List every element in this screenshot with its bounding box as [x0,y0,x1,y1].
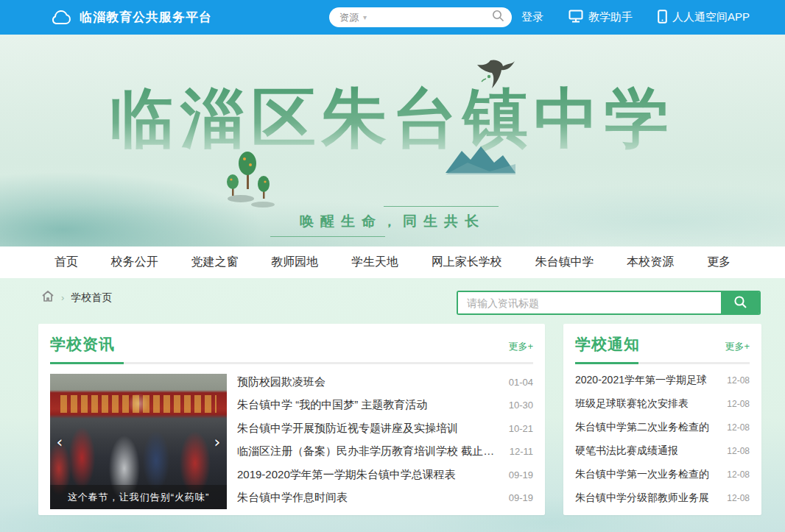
carousel-prev-button[interactable]: ‹ [53,433,66,451]
nav-item-zhutai-school[interactable]: 朱台镇中学 [525,255,605,270]
chevron-down-icon[interactable]: ▾ [363,13,367,21]
notice-item[interactable]: 朱台镇中学第一次业务检查的 12-08 [575,468,750,481]
nav-item-party-building[interactable]: 党建之窗 [181,255,249,270]
nav-item-school-affairs[interactable]: 校务公开 [101,255,169,270]
main-nav: 首页 校务公开 党建之窗 教师园地 学生天地 网上家长学校 朱台镇中学 本校资源… [0,247,785,278]
notice-item[interactable]: 朱台镇中学分级部教师业务展 12-08 [575,492,750,505]
news-list: 预防校园欺凌班会 01-04 朱台镇中学 “我的中国梦” 主题教育活动 10-3… [237,374,533,509]
article-search-input[interactable] [458,292,721,313]
news-date: 10-30 [509,400,533,411]
search-icon [733,295,747,311]
notice-panel-header: 学校通知 更多+ [575,334,750,355]
notice-date: 12-08 [727,493,750,503]
school-title: 临淄区朱台镇中学 [0,75,785,163]
teaching-assistant-link[interactable]: 教学助手 [568,10,633,25]
search-icon[interactable] [492,10,504,25]
brand-name: 临淄教育公共服务平台 [80,9,212,26]
notice-date: 12-08 [727,446,750,456]
login-link[interactable]: 登录 [521,10,543,24]
news-body: ‹ › 这个春节，让我们告别“火药味” 预防校园欺凌班会 01-04 朱台镇中学… [50,374,533,509]
school-slogan: 唤醒生命，同生共长 [300,206,485,237]
notice-date: 12-08 [727,469,750,480]
notice-list: 2020-2021学年第一学期足球 12-08 班级足球联赛轮次安排表 12-0… [575,374,750,508]
news-panel-divider [50,362,533,364]
notice-item[interactable]: 朱台镇中学第二次业务检查的 12-08 [575,421,750,434]
article-search-bar [457,291,761,315]
school-news-panel: 学校资讯 更多+ ‹ › 这个春节，让我们告别“火药味” 预防校园欺凌班会 01… [38,324,545,515]
news-item[interactable]: 预防校园欺凌班会 01-04 [237,375,533,389]
notice-date: 12-08 [727,375,750,386]
carousel-next-button[interactable]: › [211,433,224,451]
news-date: 01-04 [509,377,533,388]
nav-item-parent-school[interactable]: 网上家长学校 [421,255,513,270]
news-date: 09-19 [509,492,533,503]
news-item[interactable]: 朱台镇中学作息时间表 09-19 [237,491,533,505]
news-date: 12-11 [510,446,533,457]
news-item[interactable]: 临淄区注册（备案）民办非学历教育培训学校 截止2019 12-11 [237,444,533,458]
nav-item-school-resources[interactable]: 本校资源 [616,255,684,270]
news-item[interactable]: 朱台镇中学开展预防近视专题讲座及实操培训 10-21 [237,422,533,436]
content-area: › 学校首页 学校资讯 更多+ ‹ › 这个春节，让我们告别“火药味” [0,278,785,532]
notice-more-link[interactable]: 更多+ [725,340,750,353]
top-search-box[interactable]: 资源 ▾ [329,7,512,27]
slogan-wrap: 唤醒生命，同生共长 [0,206,785,237]
renrentong-app-link[interactable]: 人人通空间APP [658,10,750,26]
school-notice-panel: 学校通知 更多+ 2020-2021学年第一学期足球 12-08 班级足球联赛轮… [563,324,761,515]
search-category-select[interactable]: 资源 [339,11,359,24]
notice-panel-title: 学校通知 [575,334,640,355]
nav-item-home[interactable]: 首页 [44,255,88,270]
notice-date: 12-08 [727,399,750,409]
notice-panel-divider [575,362,750,364]
notice-item[interactable]: 班级足球联赛轮次安排表 12-08 [575,397,750,411]
carousel-caption[interactable]: 这个春节，让我们告别“火药味” [50,485,227,509]
news-date: 10-21 [509,423,533,434]
news-carousel[interactable]: ‹ › 这个春节，让我们告别“火药味” [50,374,227,509]
nav-item-student-world[interactable]: 学生天地 [341,255,409,270]
notice-item[interactable]: 硬笔书法比赛成绩通报 12-08 [575,444,750,458]
breadcrumb: › 学校首页 [41,290,112,305]
brand[interactable]: 临淄教育公共服务平台 [50,9,212,26]
phone-icon [658,10,667,26]
home-icon[interactable] [41,290,54,305]
cloud-icon [50,10,72,26]
hero-banner: 临淄区朱台镇中学 唤醒生命，同生共长 [0,35,785,247]
notice-date: 12-08 [727,422,750,433]
news-panel-header: 学校资讯 更多+ [50,334,533,355]
news-item[interactable]: 朱台镇中学 “我的中国梦” 主题教育活动 10-30 [237,398,533,412]
news-date: 09-19 [509,469,533,480]
trees-illustration [225,141,276,210]
monitor-icon [568,10,583,25]
news-item[interactable]: 2019-2020学年第一学期朱台镇中学总课程表 09-19 [237,468,533,482]
news-more-link[interactable]: 更多+ [508,340,533,353]
mountain-illustration [446,145,515,177]
nav-item-teacher-garden[interactable]: 教师园地 [261,255,328,270]
breadcrumb-current[interactable]: 学校首页 [71,291,112,305]
top-bar: 临淄教育公共服务平台 资源 ▾ 登录 教学助手 [0,0,785,35]
article-search-button[interactable] [721,292,759,313]
nav-item-more[interactable]: 更多 [697,255,741,270]
notice-item[interactable]: 2020-2021学年第一学期足球 12-08 [575,374,750,387]
news-panel-title: 学校资讯 [50,334,115,355]
top-links: 登录 教学助手 人人通空间APP [521,0,750,35]
breadcrumb-separator: › [61,292,64,303]
